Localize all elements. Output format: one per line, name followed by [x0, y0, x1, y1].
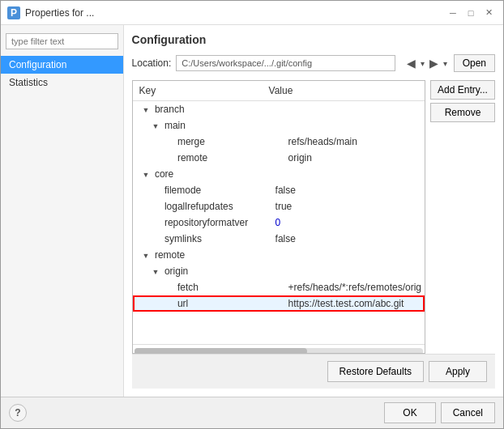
close-button[interactable]: ✕	[481, 5, 497, 21]
footer-right: OK Cancel	[384, 402, 495, 423]
table-row[interactable]: ▼ origin	[133, 263, 425, 279]
minimize-button[interactable]: ─	[445, 5, 461, 21]
restore-apply-row: Restore Defaults Apply	[132, 354, 495, 389]
ok-button[interactable]: OK	[384, 402, 435, 423]
restore-defaults-button[interactable]: Restore Defaults	[327, 361, 424, 382]
window-title: Properties for ...	[25, 7, 94, 19]
chevron-icon: ▼	[152, 122, 162, 130]
table-row[interactable]: repositoryformatver 0	[133, 214, 425, 231]
config-area: Key Value ▼ branch ▼	[132, 80, 495, 354]
table-row[interactable]: ▼ main	[133, 117, 425, 134]
table-row[interactable]: merge refs/heads/main	[133, 134, 425, 150]
table-row[interactable]: ▼ branch	[133, 101, 425, 117]
chevron-icon: ▼	[143, 252, 152, 260]
col-value-header: Value	[263, 83, 425, 98]
table-row[interactable]: fetch +refs/heads/*:refs/remotes/orig	[133, 279, 425, 295]
nav-back-dropdown[interactable]: ▾	[419, 59, 426, 68]
apply-button[interactable]: Apply	[429, 361, 487, 382]
table-header: Key Value	[133, 81, 425, 101]
table-row[interactable]: ▼ remote	[133, 247, 425, 263]
hscroll-track[interactable]	[135, 348, 423, 355]
sidebar: Configuration Statistics	[1, 25, 124, 397]
table-row[interactable]: symlinks false	[133, 231, 425, 247]
nav-back-button[interactable]: ◀	[405, 57, 417, 70]
horizontal-scrollbar[interactable]	[133, 344, 425, 354]
filter-input[interactable]	[6, 33, 118, 49]
table-row[interactable]: ▼ core	[133, 166, 425, 182]
add-entry-button[interactable]: Add Entry...	[430, 80, 495, 100]
chevron-icon: ▼	[143, 106, 152, 114]
table-row[interactable]: logallrefupdates true	[133, 198, 425, 214]
config-table[interactable]: Key Value ▼ branch ▼	[132, 80, 425, 354]
nav-arrows: ◀ ▾ ▶ ▾	[405, 57, 449, 70]
remove-button[interactable]: Remove	[430, 103, 495, 122]
panel-title: Configuration	[132, 33, 495, 46]
table-row	[133, 312, 425, 328]
chevron-icon: ▼	[143, 171, 152, 179]
open-button[interactable]: Open	[454, 54, 495, 72]
titlebar-left: P Properties for ...	[7, 6, 94, 19]
help-button[interactable]: ?	[9, 404, 27, 422]
maximize-button[interactable]: □	[463, 5, 479, 21]
footer: ? OK Cancel	[1, 397, 503, 428]
nav-forward-dropdown[interactable]: ▾	[442, 59, 449, 68]
url-table-row[interactable]: url https://test.test.com/abc.git	[133, 295, 425, 312]
table-row[interactable]: filemode false	[133, 182, 425, 198]
table-row[interactable]: remote origin	[133, 150, 425, 166]
col-key-header: Key	[133, 83, 263, 98]
location-label: Location:	[132, 57, 172, 69]
sidebar-item-configuration[interactable]: Configuration	[1, 56, 123, 74]
sidebar-item-statistics[interactable]: Statistics	[1, 74, 123, 91]
action-buttons: Add Entry... Remove	[430, 80, 495, 354]
nav-forward-button[interactable]: ▶	[428, 57, 440, 70]
table-row	[133, 328, 425, 344]
main-content: Configuration Statistics Configuration L…	[1, 25, 503, 397]
location-input[interactable]	[176, 55, 395, 71]
titlebar-controls: ─ □ ✕	[445, 5, 497, 21]
properties-window: P Properties for ... ─ □ ✕ Configuration…	[0, 0, 504, 429]
hscroll-thumb[interactable]	[135, 348, 308, 355]
titlebar: P Properties for ... ─ □ ✕	[1, 1, 503, 25]
cancel-button[interactable]: Cancel	[441, 402, 495, 423]
location-row: Location: ◀ ▾ ▶ ▾ Open	[132, 54, 495, 72]
window-icon: P	[7, 6, 20, 19]
chevron-icon: ▼	[152, 268, 162, 276]
right-panel: Configuration Location: ◀ ▾ ▶ ▾ Open	[124, 25, 503, 397]
